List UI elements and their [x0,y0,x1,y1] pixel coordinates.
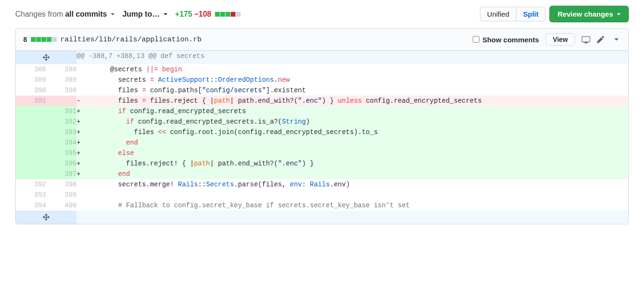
stat-square-add [215,12,220,17]
expand-hunk-row [16,211,628,224]
old-line-number[interactable] [16,106,46,116]
file-change-count: 8 [23,36,27,43]
diff-stats: +175 −108 [175,10,241,19]
diff-marker [77,75,86,85]
diff-line: 394400 # Fallback to config.secret_key_b… [16,200,628,211]
new-line-number[interactable]: 395 [46,148,77,158]
diff-marker: + [77,148,86,158]
diff-line: 393+ files << config.root.join(config.re… [16,127,628,137]
diff-code[interactable]: else [86,148,628,158]
diff-code[interactable]: end [86,169,628,179]
file-header-right: Show comments View [473,33,621,46]
diff-code[interactable]: end [86,137,628,148]
changes-from-label: Changes from [15,10,63,18]
diff-line: 397+ end [16,169,628,179]
diff-marker: + [77,169,86,179]
diff-code[interactable]: if config.read_encrypted_secrets.is_a?(S… [86,116,628,127]
review-changes-button[interactable]: Review changes [549,6,629,22]
diff-line: 395+ else [16,148,628,158]
deletions-count: −108 [194,10,211,19]
new-line-number[interactable]: 398 [46,179,77,190]
stat-squares [215,12,241,17]
stat-square-add [41,37,46,42]
stat-square-del [231,12,235,17]
new-line-number[interactable]: 397 [46,169,77,179]
old-line-number[interactable] [16,137,46,148]
expand-spacer [77,211,628,224]
view-file-button[interactable]: View [546,33,575,46]
diff-code[interactable]: files.reject! { |path| path.end_with?(".… [86,158,628,169]
pencil-icon[interactable] [597,35,605,44]
review-changes-label: Review changes [557,10,613,18]
diff-code[interactable]: secrets.merge! Rails::Secrets.parse(file… [86,179,628,190]
diff-line: 390390 files = config.paths["config/secr… [16,85,628,96]
desktop-icon[interactable] [582,35,590,44]
diff-code[interactable]: if config.read_encrypted_secrets [86,106,628,116]
new-line-number[interactable]: 400 [46,200,77,211]
diff-code[interactable]: # Fallback to config.secret_key_base if … [86,200,628,211]
changes-from-value: all commits [65,10,107,18]
changes-from-dropdown[interactable]: Changes from all commits [15,10,115,19]
stat-square-add [225,12,230,17]
toolbar-left: Changes from all commits Jump to… +175 −… [15,10,476,19]
show-comments-toggle[interactable]: Show comments [473,36,539,44]
diff-code[interactable]: secrets = ActiveSupport::OrderedOptions.… [86,75,628,85]
hunk-header-text: @@ -388,7 +388,13 @@ def secrets [77,51,628,64]
view-mode-group: Unified Split [480,7,546,21]
expand-hunk-button[interactable] [16,211,77,224]
diff-marker [77,190,86,200]
diff-file-container: 8 railties/lib/rails/application.rb Show… [15,28,629,224]
diff-marker [77,179,86,190]
stat-square-neutral [236,12,241,17]
diff-line: 389389 secrets = ActiveSupport::OrderedO… [16,75,628,85]
new-line-number[interactable]: 389 [46,75,77,85]
stat-square-add [36,37,41,42]
new-line-number[interactable]: 392 [46,116,77,127]
new-line-number[interactable]: 396 [46,158,77,169]
show-comments-checkbox[interactable] [473,36,479,43]
diff-marker: + [77,116,86,127]
diff-code[interactable]: files = config.paths["config/secrets"].e… [86,85,628,96]
old-line-number[interactable] [16,127,46,137]
old-line-number[interactable]: 394 [16,200,46,211]
old-line-number[interactable]: 393 [16,190,46,200]
diff-code[interactable] [86,190,628,200]
caret-down-icon [111,13,115,15]
old-line-number[interactable]: 388 [16,64,46,75]
new-line-number[interactable]: 388 [46,64,77,75]
new-line-number[interactable]: 399 [46,190,77,200]
jump-to-dropdown[interactable]: Jump to… [122,10,167,19]
split-button[interactable]: Split [517,7,546,21]
old-line-number[interactable]: 390 [16,85,46,96]
file-header-left: 8 railties/lib/rails/application.rb [23,36,473,44]
old-line-number[interactable]: 389 [16,75,46,85]
new-line-number[interactable] [46,96,77,106]
diff-line: 388388 @secrets ||= begin [16,64,628,75]
new-line-number[interactable]: 394 [46,137,77,148]
new-line-number[interactable]: 390 [46,85,77,96]
old-line-number[interactable] [16,148,46,158]
stat-square-add [31,37,36,42]
diff-code[interactable]: files = files.reject { |path| path.end_w… [86,96,628,106]
old-line-number[interactable]: 391 [16,96,46,106]
diff-marker: + [77,106,86,116]
file-stat-squares [31,37,57,42]
new-line-number[interactable]: 391 [46,106,77,116]
old-line-number[interactable]: 392 [16,179,46,190]
stat-square-add [220,12,225,17]
chevron-down-icon[interactable] [612,35,621,44]
unified-button[interactable]: Unified [480,7,517,21]
expand-hunk-button[interactable] [16,51,77,64]
caret-down-icon [164,13,167,15]
diff-code[interactable]: files << config.root.join(config.read_en… [86,127,628,137]
additions-count: +175 [175,10,192,19]
new-line-number[interactable]: 393 [46,127,77,137]
old-line-number[interactable] [16,169,46,179]
diff-marker: + [77,127,86,137]
diff-line: 396+ files.reject! { |path| path.end_wit… [16,158,628,169]
diff-line: 394+ end [16,137,628,148]
old-line-number[interactable] [16,116,46,127]
file-path[interactable]: railties/lib/rails/application.rb [60,36,202,44]
old-line-number[interactable] [16,158,46,169]
diff-code[interactable]: @secrets ||= begin [86,64,628,75]
